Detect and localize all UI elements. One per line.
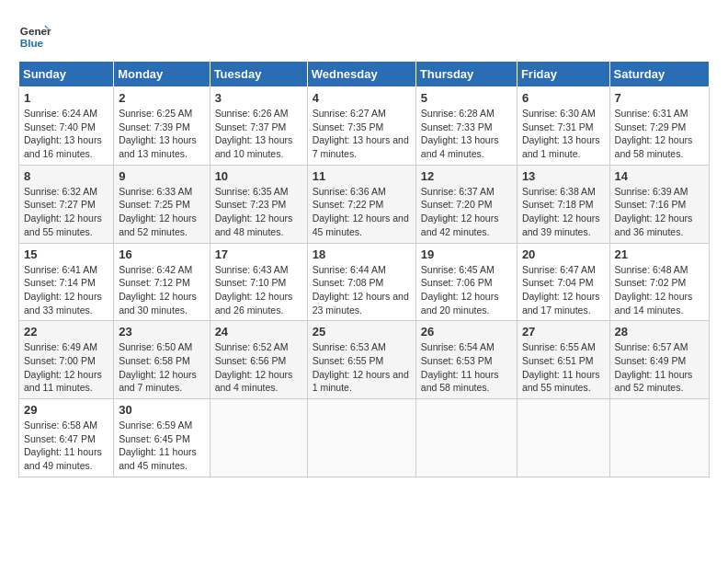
day-number: 5 xyxy=(421,91,512,105)
day-info: Sunrise: 6:38 AMSunset: 7:18 PMDaylight:… xyxy=(522,186,600,237)
calendar-cell: 8 Sunrise: 6:32 AMSunset: 7:27 PMDayligh… xyxy=(19,165,114,243)
day-info: Sunrise: 6:52 AMSunset: 6:56 PMDaylight:… xyxy=(215,341,293,393)
calendar-cell: 1 Sunrise: 6:24 AMSunset: 7:40 PMDayligh… xyxy=(19,87,114,166)
calendar-cell: 26 Sunrise: 6:54 AMSunset: 6:53 PMDaylig… xyxy=(415,321,517,399)
day-number: 12 xyxy=(421,169,512,183)
calendar-cell: 11 Sunrise: 6:36 AMSunset: 7:22 PMDaylig… xyxy=(307,165,415,243)
week-row: 22 Sunrise: 6:49 AMSunset: 7:00 PMDaylig… xyxy=(19,321,710,399)
svg-text:General: General xyxy=(20,25,51,37)
day-info: Sunrise: 6:25 AMSunset: 7:39 PMDaylight:… xyxy=(119,108,197,159)
calendar-cell xyxy=(517,399,609,477)
svg-text:Blue: Blue xyxy=(20,37,44,49)
day-info: Sunrise: 6:57 AMSunset: 6:49 PMDaylight:… xyxy=(615,341,693,393)
week-row: 15 Sunrise: 6:41 AMSunset: 7:14 PMDaylig… xyxy=(19,243,710,321)
calendar-cell: 3 Sunrise: 6:26 AMSunset: 7:37 PMDayligh… xyxy=(210,87,307,166)
calendar-cell: 25 Sunrise: 6:53 AMSunset: 6:55 PMDaylig… xyxy=(307,321,415,399)
day-number: 8 xyxy=(24,169,108,183)
week-row: 1 Sunrise: 6:24 AMSunset: 7:40 PMDayligh… xyxy=(19,87,710,166)
day-info: Sunrise: 6:44 AMSunset: 7:08 PMDaylight:… xyxy=(313,264,409,316)
day-number: 22 xyxy=(24,325,108,339)
day-number: 18 xyxy=(313,247,411,261)
day-number: 21 xyxy=(615,247,704,261)
page-header: General Blue xyxy=(18,18,710,52)
day-info: Sunrise: 6:55 AMSunset: 6:51 PMDaylight:… xyxy=(522,341,600,393)
calendar-cell: 28 Sunrise: 6:57 AMSunset: 6:49 PMDaylig… xyxy=(609,321,709,399)
col-header-tuesday: Tuesday xyxy=(210,62,307,87)
calendar-cell: 2 Sunrise: 6:25 AMSunset: 7:39 PMDayligh… xyxy=(114,87,210,166)
calendar-cell xyxy=(307,399,415,477)
calendar-cell: 14 Sunrise: 6:39 AMSunset: 7:16 PMDaylig… xyxy=(609,165,709,243)
calendar-cell: 15 Sunrise: 6:41 AMSunset: 7:14 PMDaylig… xyxy=(19,243,114,321)
calendar-cell: 27 Sunrise: 6:55 AMSunset: 6:51 PMDaylig… xyxy=(517,321,609,399)
day-info: Sunrise: 6:54 AMSunset: 6:53 PMDaylight:… xyxy=(421,341,499,393)
day-info: Sunrise: 6:43 AMSunset: 7:10 PMDaylight:… xyxy=(215,264,293,316)
calendar-cell: 13 Sunrise: 6:38 AMSunset: 7:18 PMDaylig… xyxy=(517,165,609,243)
day-info: Sunrise: 6:39 AMSunset: 7:16 PMDaylight:… xyxy=(615,186,693,237)
calendar-cell xyxy=(210,399,307,477)
logo-icon: General Blue xyxy=(18,18,51,52)
calendar-cell xyxy=(415,399,517,477)
day-number: 14 xyxy=(615,169,704,183)
day-number: 17 xyxy=(215,247,302,261)
col-header-friday: Friday xyxy=(517,62,609,87)
day-number: 15 xyxy=(24,247,108,261)
calendar-cell: 18 Sunrise: 6:44 AMSunset: 7:08 PMDaylig… xyxy=(307,243,415,321)
calendar-cell: 20 Sunrise: 6:47 AMSunset: 7:04 PMDaylig… xyxy=(517,243,609,321)
calendar-cell: 10 Sunrise: 6:35 AMSunset: 7:23 PMDaylig… xyxy=(210,165,307,243)
col-header-sunday: Sunday xyxy=(19,62,114,87)
calendar-cell: 4 Sunrise: 6:27 AMSunset: 7:35 PMDayligh… xyxy=(307,87,415,166)
day-number: 13 xyxy=(522,169,605,183)
day-number: 20 xyxy=(522,247,605,261)
day-info: Sunrise: 6:36 AMSunset: 7:22 PMDaylight:… xyxy=(313,186,409,237)
calendar-cell xyxy=(609,399,709,477)
day-number: 10 xyxy=(215,169,302,183)
calendar-cell: 6 Sunrise: 6:30 AMSunset: 7:31 PMDayligh… xyxy=(517,87,609,166)
day-number: 16 xyxy=(119,247,204,261)
day-number: 3 xyxy=(215,91,302,105)
day-number: 2 xyxy=(119,91,204,105)
day-info: Sunrise: 6:49 AMSunset: 7:00 PMDaylight:… xyxy=(24,341,102,393)
day-info: Sunrise: 6:26 AMSunset: 7:37 PMDaylight:… xyxy=(215,108,293,159)
calendar-cell: 23 Sunrise: 6:50 AMSunset: 6:58 PMDaylig… xyxy=(114,321,210,399)
day-number: 30 xyxy=(119,403,204,417)
calendar-cell: 24 Sunrise: 6:52 AMSunset: 6:56 PMDaylig… xyxy=(210,321,307,399)
day-number: 7 xyxy=(615,91,704,105)
col-header-saturday: Saturday xyxy=(609,62,709,87)
calendar-cell: 17 Sunrise: 6:43 AMSunset: 7:10 PMDaylig… xyxy=(210,243,307,321)
day-number: 6 xyxy=(522,91,605,105)
day-info: Sunrise: 6:33 AMSunset: 7:25 PMDaylight:… xyxy=(119,186,197,237)
day-info: Sunrise: 6:50 AMSunset: 6:58 PMDaylight:… xyxy=(119,341,197,393)
day-number: 19 xyxy=(421,247,512,261)
col-header-thursday: Thursday xyxy=(415,62,517,87)
calendar-cell: 16 Sunrise: 6:42 AMSunset: 7:12 PMDaylig… xyxy=(114,243,210,321)
day-info: Sunrise: 6:59 AMSunset: 6:45 PMDaylight:… xyxy=(119,419,197,471)
calendar-cell: 19 Sunrise: 6:45 AMSunset: 7:06 PMDaylig… xyxy=(415,243,517,321)
calendar-cell: 29 Sunrise: 6:58 AMSunset: 6:47 PMDaylig… xyxy=(19,399,114,477)
calendar-table: SundayMondayTuesdayWednesdayThursdayFrid… xyxy=(18,61,710,477)
calendar-cell: 22 Sunrise: 6:49 AMSunset: 7:00 PMDaylig… xyxy=(19,321,114,399)
day-info: Sunrise: 6:45 AMSunset: 7:06 PMDaylight:… xyxy=(421,264,499,316)
calendar-cell: 9 Sunrise: 6:33 AMSunset: 7:25 PMDayligh… xyxy=(114,165,210,243)
day-info: Sunrise: 6:47 AMSunset: 7:04 PMDaylight:… xyxy=(522,264,600,316)
day-number: 26 xyxy=(421,325,512,339)
week-row: 8 Sunrise: 6:32 AMSunset: 7:27 PMDayligh… xyxy=(19,165,710,243)
day-number: 4 xyxy=(313,91,411,105)
calendar-cell: 5 Sunrise: 6:28 AMSunset: 7:33 PMDayligh… xyxy=(415,87,517,166)
col-header-wednesday: Wednesday xyxy=(307,62,415,87)
day-info: Sunrise: 6:28 AMSunset: 7:33 PMDaylight:… xyxy=(421,108,499,159)
calendar-cell: 7 Sunrise: 6:31 AMSunset: 7:29 PMDayligh… xyxy=(609,87,709,166)
day-info: Sunrise: 6:32 AMSunset: 7:27 PMDaylight:… xyxy=(24,186,102,237)
day-number: 11 xyxy=(313,169,411,183)
logo: General Blue xyxy=(18,18,51,52)
day-info: Sunrise: 6:27 AMSunset: 7:35 PMDaylight:… xyxy=(313,108,409,159)
day-info: Sunrise: 6:37 AMSunset: 7:20 PMDaylight:… xyxy=(421,186,499,237)
col-header-monday: Monday xyxy=(114,62,210,87)
day-number: 9 xyxy=(119,169,204,183)
day-number: 28 xyxy=(615,325,704,339)
day-info: Sunrise: 6:31 AMSunset: 7:29 PMDaylight:… xyxy=(615,108,693,159)
day-info: Sunrise: 6:42 AMSunset: 7:12 PMDaylight:… xyxy=(119,264,197,316)
day-info: Sunrise: 6:41 AMSunset: 7:14 PMDaylight:… xyxy=(24,264,102,316)
day-number: 27 xyxy=(522,325,605,339)
day-info: Sunrise: 6:58 AMSunset: 6:47 PMDaylight:… xyxy=(24,419,102,471)
day-number: 24 xyxy=(215,325,302,339)
